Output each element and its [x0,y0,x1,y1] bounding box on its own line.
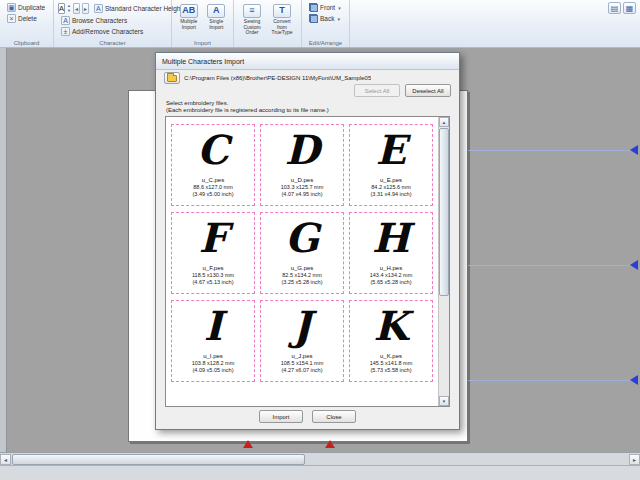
sewing-custom-order-button[interactable]: ≡ Sewing Custom Order [238,2,266,37]
guide-line [468,150,630,151]
front-icon [309,3,318,12]
select-all-button[interactable]: Select All [354,84,400,97]
ribbon-group-tools: ≡ Sewing Custom Order T Convert from Tru… [234,0,302,47]
truetype-icon: T [273,4,291,18]
character-glyph: F [199,213,227,263]
blue-marker-icon[interactable] [630,145,638,155]
front-button[interactable]: Front ▾ [306,2,345,13]
file-name: u_D.pes [291,177,313,184]
panel-toggle-icon-1[interactable]: ▤ [608,2,621,14]
add-remove-characters-button[interactable]: ± Add/Remove Characters [58,26,167,37]
size-inch: (3.31 x4.94 inch) [371,191,412,198]
file-name: u_I.pes [203,353,223,360]
browse-characters-button[interactable]: A Browse Characters [58,15,167,26]
multiple-import-button[interactable]: AB Multiple Import [176,2,202,31]
front-label: Front [320,4,335,11]
size-inch: (4.07 x4.95 inch) [282,191,323,198]
ribbon-group-clipboard: ▣ Duplicate × Delete Clipboard [0,0,54,47]
spinner-down-icon[interactable]: ▼ [67,9,71,14]
duplicate-label: Duplicate [18,4,45,11]
selection-buttons: Select All Deselect All [354,84,451,97]
character-tile-K[interactable]: K u_K.pes 145.5 x141.8 mm (5.73 x5.58 in… [349,300,433,382]
file-name: u_J.pes [291,353,312,360]
font-letter-box[interactable]: A [58,3,65,14]
character-tile-F[interactable]: F u_F.pes 118.5 x130.3 mm (4.67 x5.13 in… [171,212,255,294]
character-glyph: C [197,125,229,175]
convert-from-truetype-button[interactable]: T Convert from TrueType [268,2,296,37]
sewing-order-icon: ≡ [243,4,261,18]
duplicate-button[interactable]: ▣ Duplicate [4,2,49,13]
red-marker-icon[interactable] [243,440,253,448]
character-tile-E[interactable]: E u_E.pes 84.2 x125.6 mm (3.31 x4.94 inc… [349,124,433,206]
tile-grid: C u_C.pes 88.6 x127.0 mm (3.49 x5.00 inc… [166,117,437,406]
size-inch: (5.65 x5.28 inch) [371,279,412,286]
truetype-label: Convert from TrueType [269,19,295,36]
character-tile-J[interactable]: J u_J.pes 108.5 x154.1 mm (4.27 x6.07 in… [260,300,344,382]
front-dropdown-icon[interactable]: ▾ [338,5,341,11]
browse-characters-icon: A [61,16,70,25]
back-label: Back [320,15,334,22]
back-dropdown-icon[interactable]: ▾ [337,16,340,22]
size-inch: (4.09 x5.05 inch) [193,367,234,374]
character-tile-D[interactable]: D u_D.pes 103.3 x125.7 mm (4.07 x4.95 in… [260,124,344,206]
dialog-title: Multiple Characters Import [162,58,244,65]
workspace: Multiple Characters Import C:\Program Fi… [0,48,640,452]
close-button[interactable]: Close [312,410,356,423]
scroll-right-icon[interactable]: ► [629,454,640,465]
character-tile-G[interactable]: G u_G.pes 82.5 x134.2 mm (3.25 x5.28 inc… [260,212,344,294]
multiple-import-label: Multiple Import [177,19,201,30]
ribbon-group-arrange: Front ▾ Back ▾ Edit/Arrange [302,0,350,47]
status-bar [0,465,640,480]
duplicate-icon: ▣ [7,3,16,12]
size-inch: (4.27 x6.07 inch) [282,367,323,374]
guide-line [468,380,630,381]
size-spinner[interactable]: ▲ ▼ [67,4,71,13]
vscroll-thumb[interactable] [439,128,449,296]
size-inch: (4.67 x5.13 inch) [193,279,234,286]
blue-marker-icon[interactable] [630,260,638,270]
character-tile-I[interactable]: I u_I.pes 103.8 x128.2 mm (4.09 x5.05 in… [171,300,255,382]
scroll-up-icon[interactable]: ▲ [439,117,449,127]
instruction-line-1: Select embroidery files. [166,100,329,107]
character-tile-H[interactable]: H u_H.pes 143.4 x134.2 mm (5.65 x5.28 in… [349,212,433,294]
character-glyph: E [376,125,407,175]
import-button[interactable]: Import [259,410,303,423]
scroll-down-icon[interactable]: ▼ [439,396,449,406]
scroll-left-icon[interactable]: ◄ [0,454,11,465]
browse-folder-button[interactable] [164,72,180,84]
file-name: u_F.pes [202,265,223,272]
next-character-button[interactable]: ► [82,3,89,14]
red-marker-icon[interactable] [325,440,335,448]
horizontal-scrollbar[interactable]: ◄ ► [0,452,640,465]
list-vertical-scrollbar[interactable]: ▲ ▼ [438,117,449,406]
folder-path: C:\Program Files (x86)\Brother\PE-DESIGN… [184,75,371,81]
delete-button[interactable]: × Delete [4,13,49,24]
import-group-label: Import [172,40,233,46]
single-import-icon: A [207,4,225,18]
panel-toggle-icon-2[interactable]: ▦ [623,2,636,14]
embroidery-file-list: C u_C.pes 88.6 x127.0 mm (3.49 x5.00 inc… [165,116,450,407]
dialog-titlebar[interactable]: Multiple Characters Import [156,53,459,70]
file-name: u_G.pes [291,265,314,272]
standard-height-icon: A [94,4,103,13]
size-inch: (5.73 x5.58 inch) [371,367,412,374]
character-tile-C[interactable]: C u_C.pes 88.6 x127.0 mm (3.49 x5.00 inc… [171,124,255,206]
path-row: C:\Program Files (x86)\Brother\PE-DESIGN… [164,72,451,84]
file-name: u_E.pes [380,177,402,184]
prev-character-button[interactable]: ◄ [73,3,80,14]
character-glyph: J [293,301,312,351]
size-inch: (3.49 x5.00 inch) [193,191,234,198]
multiple-import-icon: AB [180,4,198,18]
single-import-button[interactable]: A Single Import [204,2,230,31]
back-button[interactable]: Back ▾ [306,13,345,24]
delete-label: Delete [18,15,37,22]
standard-height-label: Standard Character Height [105,5,182,12]
hscroll-thumb[interactable] [12,454,305,465]
deselect-all-button[interactable]: Deselect All [405,84,451,97]
folder-icon [167,75,177,82]
size-inch: (3.25 x5.28 inch) [282,279,323,286]
character-glyph: H [372,213,410,263]
arrange-group-label: Edit/Arrange [302,40,349,46]
blue-marker-icon[interactable] [630,375,638,385]
ribbon-right-icons: ▤ ▦ [604,0,640,47]
